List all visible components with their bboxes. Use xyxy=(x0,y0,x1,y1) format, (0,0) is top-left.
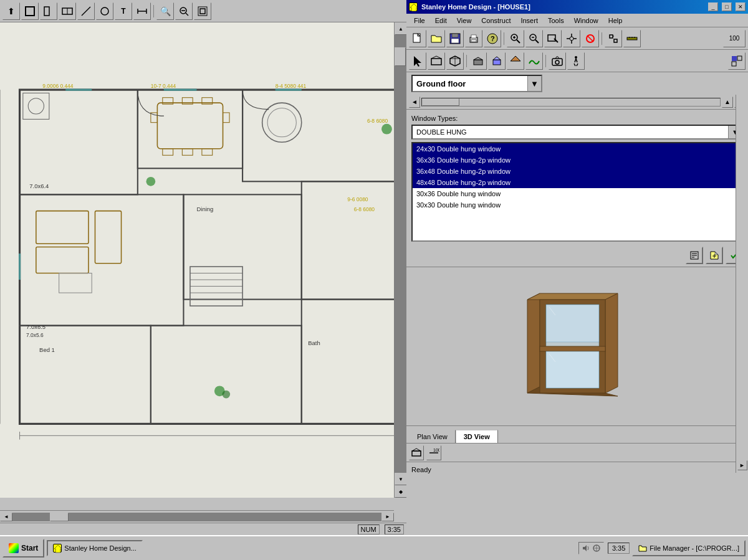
redraw-btn[interactable] xyxy=(582,30,599,47)
cursor-btn[interactable] xyxy=(409,52,426,70)
svg-rect-95 xyxy=(610,35,613,38)
zoom-window-btn[interactable] xyxy=(544,30,562,47)
svg-rect-131 xyxy=(540,346,605,351)
svg-text:Bath: Bath xyxy=(308,339,320,346)
3d-view-btn[interactable] xyxy=(446,52,464,70)
help-btn[interactable]: ? xyxy=(484,30,501,47)
symbol-tool-btn[interactable] xyxy=(96,2,113,20)
text-tool-btn[interactable]: T xyxy=(115,2,132,20)
hscroll-track[interactable] xyxy=(12,513,381,521)
select-tool-btn[interactable]: ⬆ xyxy=(2,2,20,20)
fit-btn[interactable] xyxy=(194,2,211,20)
dimension-tool-btn[interactable] xyxy=(133,2,151,20)
window-list-item-5[interactable]: 30x30 Double hung window xyxy=(413,199,742,211)
vscroll-track[interactable] xyxy=(395,35,406,473)
menu-construct[interactable]: Construct xyxy=(476,14,515,27)
wall-tool-btn[interactable] xyxy=(21,2,39,20)
panel-scrollbar[interactable] xyxy=(421,98,721,107)
snap-btn[interactable] xyxy=(605,30,622,47)
view-tabs-bar: Plan View 3D View xyxy=(406,425,748,443)
menu-insert[interactable]: Insert xyxy=(515,14,543,27)
stair-tool-btn[interactable] xyxy=(77,2,95,20)
drawing-canvas[interactable]: 7.0x6.4 Dining Bed 1 7.0x6.5 7.0x5.6 Bat… xyxy=(0,22,406,498)
svg-marker-127 xyxy=(605,293,618,393)
print-btn[interactable] xyxy=(465,30,482,47)
svg-rect-102 xyxy=(431,59,441,65)
floor-selector-row: Ground floor ▼ xyxy=(406,72,748,95)
draw-hscroll[interactable]: ◄ ► xyxy=(0,510,394,523)
zoom-in-btn[interactable]: 🔍 xyxy=(156,2,174,20)
vscroll-thumb[interactable] xyxy=(395,47,406,66)
window-list[interactable]: 24x30 Double hung window 36x36 Double hu… xyxy=(411,142,743,242)
open-btn[interactable] xyxy=(428,30,445,47)
svg-text:7.0x5.6: 7.0x5.6 xyxy=(26,332,44,338)
file-manager-item[interactable]: File Manager - [C:\PROGR...] xyxy=(632,540,746,556)
mini-btn1[interactable] xyxy=(409,445,424,460)
new-item-btn[interactable] xyxy=(706,247,723,264)
floor-dropdown[interactable]: Ground floor ▼ xyxy=(411,75,542,92)
hscroll-thumb[interactable] xyxy=(50,513,69,521)
menu-edit[interactable]: Edit xyxy=(430,14,452,27)
zoom-out-main-btn[interactable] xyxy=(525,30,543,47)
menu-help[interactable]: Help xyxy=(603,14,628,27)
svg-rect-117 xyxy=(732,62,736,66)
speaker-icon xyxy=(582,544,590,553)
taskbar-app-item[interactable]: Stanley Home Design... xyxy=(47,540,143,556)
panel-scroll-thumb[interactable] xyxy=(422,98,459,106)
hscroll-right-btn[interactable]: ► xyxy=(381,513,394,521)
terrain-btn[interactable] xyxy=(525,52,543,70)
menu-file[interactable]: File xyxy=(409,14,430,27)
tb-sep2 xyxy=(602,32,602,45)
properties-btn[interactable] xyxy=(686,247,703,264)
floor-dropdown-arrow[interactable]: ▼ xyxy=(527,76,541,91)
wall-3d-btn[interactable] xyxy=(469,52,487,70)
window-tool-btn[interactable] xyxy=(59,2,76,20)
symbol-3d-btn[interactable] xyxy=(488,52,506,70)
nav-sep2 xyxy=(545,55,546,67)
svg-rect-107 xyxy=(474,60,482,65)
3d-view-tab[interactable]: 3D View xyxy=(456,430,498,443)
close-btn[interactable]: ✕ xyxy=(736,2,746,11)
right-scroll-btn[interactable]: ► xyxy=(737,460,747,470)
new-btn[interactable] xyxy=(409,30,426,47)
zoom-out-btn[interactable] xyxy=(175,2,193,20)
maximize-btn[interactable]: □ xyxy=(722,2,732,11)
svg-point-49 xyxy=(146,177,156,186)
menu-view[interactable]: View xyxy=(452,14,477,27)
window-list-item-0[interactable]: 24x30 Double hung window xyxy=(413,143,742,154)
window-type-dropdown[interactable]: DOUBLE HUNG ▼ xyxy=(411,125,743,140)
vscroll-corner-btn[interactable]: ◆ xyxy=(395,485,407,498)
roof-btn[interactable] xyxy=(507,52,524,70)
panel-up-btn[interactable]: ▲ xyxy=(722,97,733,108)
hscroll-left-btn[interactable]: ◄ xyxy=(0,513,12,521)
window-list-item-4[interactable]: 30x36 Double hung window xyxy=(413,188,742,199)
svg-rect-1 xyxy=(44,7,49,16)
vscroll-down-btn[interactable]: ▼ xyxy=(395,473,407,485)
svg-rect-109 xyxy=(493,60,501,65)
zoom-pct-btn[interactable]: 100 xyxy=(723,30,746,47)
save-btn[interactable] xyxy=(446,30,464,47)
window-list-item-2[interactable]: 36x48 Double hung-2p window xyxy=(413,166,742,177)
zoom-in-main-btn[interactable] xyxy=(507,30,524,47)
svg-rect-96 xyxy=(614,39,617,42)
window-list-item-3[interactable]: 48x48 Double hung-2p window xyxy=(413,177,742,188)
camera-btn[interactable] xyxy=(549,52,566,70)
vscroll-up-btn[interactable]: ▲ xyxy=(395,22,407,35)
start-button[interactable]: Start xyxy=(2,539,44,558)
door-tool-btn[interactable] xyxy=(40,2,57,20)
floor-view-btn[interactable] xyxy=(428,52,445,70)
window-list-item-1[interactable]: 36x36 Double hung-2p window xyxy=(413,154,742,166)
menu-tools[interactable]: Tools xyxy=(543,14,569,27)
pan-btn[interactable] xyxy=(563,30,580,47)
measure-btn[interactable] xyxy=(623,30,641,47)
panel-action-buttons xyxy=(411,244,743,267)
mini-btn2[interactable]: 100 xyxy=(426,445,441,460)
walk-btn[interactable] xyxy=(567,52,585,70)
svg-text:7.0x6.4: 7.0x6.4 xyxy=(29,183,49,189)
menu-window[interactable]: Window xyxy=(569,14,603,27)
draw-vscroll[interactable]: ▲ ▼ ◆ xyxy=(394,22,406,498)
extra-btn1[interactable] xyxy=(728,52,746,70)
plan-view-tab[interactable]: Plan View xyxy=(409,430,456,443)
minimize-btn[interactable]: _ xyxy=(708,2,718,11)
panel-left-btn[interactable]: ◄ xyxy=(409,97,420,108)
